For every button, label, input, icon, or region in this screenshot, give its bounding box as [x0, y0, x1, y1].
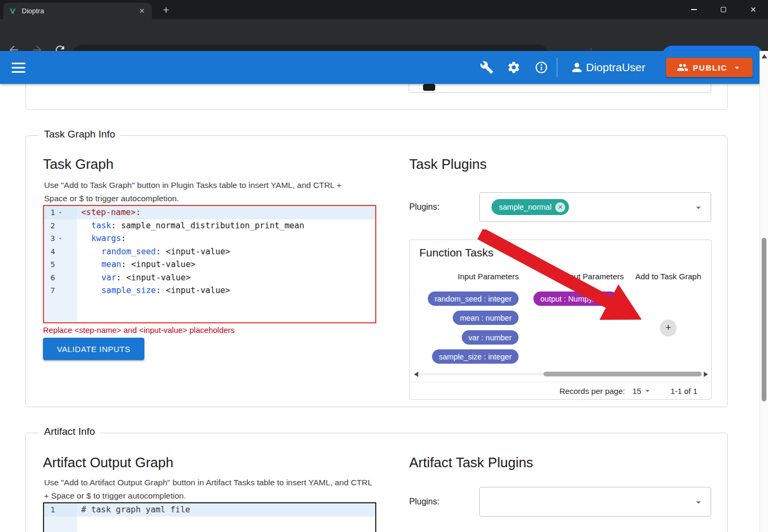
- artifact-task-plugins-title: Artifact Task Plugins: [409, 454, 533, 471]
- plugins-label: Plugins:: [409, 192, 439, 222]
- chip-remove-icon[interactable]: ✕: [555, 202, 565, 212]
- table-footer: Records per page: 15 1-1 of 1: [559, 383, 697, 398]
- records-per-page-label: Records per page:: [559, 387, 625, 396]
- line-number: 2: [50, 221, 55, 230]
- records-per-page-caret-icon[interactable]: [643, 386, 652, 396]
- browser-window: V Dioptra ✕ + ✕ localhost:5173/entrypoin…: [0, 0, 768, 532]
- input-parameter-chip: random_seed : integer: [428, 291, 519, 306]
- app-header: DioptraUser PUBLIC: [0, 51, 760, 84]
- visibility-public-button[interactable]: PUBLIC: [666, 58, 753, 77]
- artifact-info-legend: Artifact Info: [39, 426, 100, 437]
- code-token: :: [121, 260, 131, 269]
- code-token: <input-value>: [166, 247, 230, 256]
- tab-close-icon[interactable]: ✕: [137, 7, 146, 15]
- window-close-button[interactable]: ✕: [738, 0, 768, 19]
- pagination-text: 1-1 of 1: [670, 387, 697, 396]
- code-token: :: [136, 208, 141, 217]
- username-label: DioptraUser: [586, 51, 645, 84]
- task-plugins-title: Task Plugins: [409, 156, 487, 173]
- clipped-previous-select: [409, 84, 711, 93]
- code-token: :: [121, 234, 126, 243]
- artifact-plugins-select[interactable]: [479, 487, 711, 517]
- new-tab-button[interactable]: +: [159, 3, 173, 17]
- code-token: mean: [101, 260, 121, 269]
- code-line[interactable]: 6 var: <input-value>: [44, 271, 375, 285]
- line-number: 5: [50, 260, 55, 269]
- code-token: random_seed: [101, 247, 156, 256]
- tab-title: Dioptra: [22, 7, 137, 15]
- page-scrollbar-thumb[interactable]: [762, 238, 766, 401]
- minimize-icon: [691, 9, 697, 10]
- task-graph-title: Task Graph: [43, 156, 114, 173]
- code-token: var: [101, 273, 116, 282]
- line-number: 1: [50, 505, 55, 514]
- code-token: kwargs: [91, 234, 121, 243]
- records-per-page-value[interactable]: 15: [632, 387, 641, 396]
- page-content: Task Graph Info Task Graph Use "Add to T…: [0, 84, 760, 532]
- browser-tab-strip: V Dioptra ✕ + ✕: [0, 0, 768, 19]
- line-number: 3: [50, 234, 55, 243]
- editor-error-text: Replace <step-name> and <input-value> pl…: [43, 325, 235, 334]
- menu-button[interactable]: [12, 63, 25, 75]
- dioptra-favicon: V: [8, 6, 17, 15]
- code-token: <input-value>: [131, 260, 195, 269]
- code-token: <step-name>: [81, 208, 136, 217]
- window-controls: ✕: [679, 0, 768, 19]
- input-parameter-chip: mean : number: [453, 311, 519, 325]
- horizontal-scrollbar-thumb[interactable]: [543, 372, 702, 376]
- minimize-button[interactable]: [679, 0, 709, 19]
- fold-icon[interactable]: [57, 236, 63, 242]
- code-line[interactable]: 3 kwargs:: [44, 232, 375, 245]
- output-parameter-chip: output : NumpyArray: [533, 291, 618, 306]
- input-parameter-chip: sample_size : integer: [432, 349, 519, 364]
- plugins-label: Plugins:: [409, 487, 439, 517]
- selected-plugin-chip[interactable]: sample_normal ✕: [491, 199, 569, 215]
- header-divider: [557, 58, 557, 77]
- code-token: <input-value>: [126, 273, 191, 282]
- code-line[interactable]: 5 mean: <input-value>: [44, 258, 375, 271]
- code-line[interactable]: 1 <step-name>:: [44, 206, 375, 219]
- line-number: 7: [50, 286, 55, 295]
- select-caret-icon[interactable]: [693, 202, 704, 213]
- code-token: task: [91, 221, 111, 230]
- build-tools-button[interactable]: [480, 61, 494, 74]
- clipped-icon: [423, 84, 435, 91]
- code-line[interactable]: 2 task: sample_normal_distribution_print…: [44, 219, 375, 233]
- chevron-down-icon: [732, 63, 742, 73]
- function-tasks-card: Function Tasks Input Parameters Output P…: [409, 239, 712, 400]
- select-caret-icon[interactable]: [693, 496, 704, 508]
- code-line[interactable]: 1 # task graph yaml file: [44, 503, 375, 517]
- scroll-up-icon[interactable]: [762, 54, 767, 58]
- add-to-task-graph-button[interactable]: +: [660, 320, 676, 336]
- scroll-right-icon[interactable]: [704, 372, 708, 377]
- window-close-icon: ✕: [750, 5, 756, 14]
- code-token: :: [116, 273, 126, 282]
- user-avatar[interactable]: [570, 61, 584, 74]
- info-icon: [534, 61, 548, 74]
- task-graph-info-fieldset: Task Graph Info Task Graph Use "Add to T…: [25, 135, 728, 407]
- people-icon: [677, 62, 688, 73]
- browser-tab[interactable]: V Dioptra ✕: [3, 3, 152, 19]
- wrench-icon: [480, 61, 494, 74]
- artifact-output-graph-editor[interactable]: 1 # task graph yaml file: [43, 502, 376, 532]
- maximize-icon: [721, 7, 726, 12]
- settings-button[interactable]: [507, 61, 521, 74]
- task-graph-editor[interactable]: 1 <step-name>: 2 task: sample_normal_dis…: [43, 205, 376, 323]
- table-footer-divider: [410, 382, 711, 382]
- code-line[interactable]: 4 random_seed: <input-value>: [44, 245, 375, 259]
- code-token: :: [156, 286, 166, 295]
- validate-inputs-button[interactable]: VALIDATE INPUTS: [43, 338, 144, 360]
- code-line[interactable]: 7 sample_size: <input-value>: [44, 284, 375, 297]
- column-header-add-to-task-graph: Add to Task Graph: [628, 272, 708, 281]
- fold-icon[interactable]: [57, 210, 63, 216]
- page-scrollbar[interactable]: [760, 51, 768, 532]
- plugins-select[interactable]: sample_normal ✕: [479, 192, 711, 222]
- input-parameter-chip: var : number: [462, 330, 519, 345]
- artifact-output-graph-description: Use "Add to Artifact Output Graph" butto…: [44, 476, 373, 502]
- task-graph-info-legend: Task Graph Info: [39, 128, 120, 140]
- artifact-info-fieldset: Artifact Info Artifact Output Graph Use …: [25, 433, 728, 532]
- person-icon: [570, 61, 584, 74]
- maximize-button[interactable]: [709, 0, 738, 19]
- scroll-left-icon[interactable]: [414, 372, 418, 377]
- info-button[interactable]: [534, 61, 548, 74]
